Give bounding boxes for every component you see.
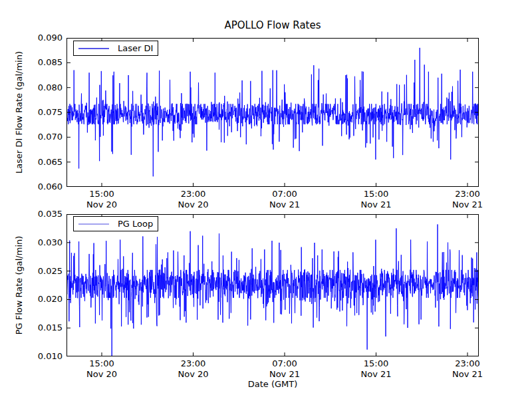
x-tick-time-label: 15:00 bbox=[72, 358, 132, 369]
x-tick-date-label: Nov 20 bbox=[164, 369, 223, 380]
x-tick-date-label: Nov 20 bbox=[164, 200, 223, 210]
x-tick-date-label: Nov 21 bbox=[438, 369, 497, 380]
x-tick-time-label: 07:00 bbox=[255, 358, 315, 369]
x-tick-date-label: Nov 20 bbox=[72, 200, 132, 210]
y-axis-label-pg: PG Flow Rate (gal/min) bbox=[14, 236, 24, 335]
chart-title: APOLLO Flow Rates bbox=[66, 19, 479, 31]
y-tick-label: 0.035 bbox=[0, 209, 63, 219]
x-tick-date-label: Nov 21 bbox=[255, 369, 315, 380]
legend-label-laser-di: Laser DI bbox=[118, 43, 153, 53]
x-tick-time-label: 23:00 bbox=[164, 358, 223, 369]
x-tick-date-label: Nov 21 bbox=[346, 200, 406, 210]
y-tick-label: 0.085 bbox=[0, 57, 63, 68]
legend-laser-di: Laser DI bbox=[73, 41, 158, 56]
legend-label-pg-loop: PG Loop bbox=[118, 219, 153, 229]
x-tick-date-label: Nov 21 bbox=[438, 200, 497, 210]
y-tick-label: 0.080 bbox=[0, 82, 63, 93]
pg-loop-line-series bbox=[66, 224, 479, 356]
y-tick-label: 0.070 bbox=[0, 132, 63, 142]
x-tick-time-label: 15:00 bbox=[72, 189, 132, 200]
y-tick-label: 0.075 bbox=[0, 107, 63, 118]
x-tick-time-label: 23:00 bbox=[164, 189, 223, 200]
y-tick-label: 0.025 bbox=[0, 266, 63, 277]
x-tick-time-label: 07:00 bbox=[255, 189, 315, 200]
legend-line-sample-pg-loop bbox=[78, 223, 109, 225]
laser-di-plot: Laser DI bbox=[66, 38, 479, 187]
x-tick-time-label: 23:00 bbox=[438, 358, 497, 369]
y-tick-label: 0.030 bbox=[0, 237, 63, 248]
laser-di-plot-canvas bbox=[66, 38, 479, 187]
x-tick-date-label: Nov 21 bbox=[255, 200, 315, 210]
y-tick-label: 0.060 bbox=[0, 182, 63, 192]
x-tick-time-label: 23:00 bbox=[438, 189, 497, 200]
y-tick-label: 0.090 bbox=[0, 33, 63, 43]
pg-loop-plot: PG Loop bbox=[66, 214, 479, 356]
legend-pg-loop: PG Loop bbox=[73, 216, 158, 231]
x-tick-time-label: 15:00 bbox=[346, 189, 406, 200]
pg-loop-plot-canvas bbox=[66, 214, 479, 356]
y-tick-label: 0.010 bbox=[0, 351, 63, 362]
x-tick-time-label: 15:00 bbox=[346, 358, 406, 369]
legend-line-sample-laser-di bbox=[78, 48, 109, 49]
y-tick-label: 0.065 bbox=[0, 157, 63, 168]
y-tick-label: 0.020 bbox=[0, 294, 63, 305]
x-axis-label: Date (GMT) bbox=[66, 379, 479, 389]
laser-di-line-series bbox=[66, 48, 479, 176]
y-tick-label: 0.015 bbox=[0, 323, 63, 333]
x-tick-date-label: Nov 20 bbox=[72, 369, 132, 380]
x-tick-date-label: Nov 21 bbox=[346, 369, 406, 380]
